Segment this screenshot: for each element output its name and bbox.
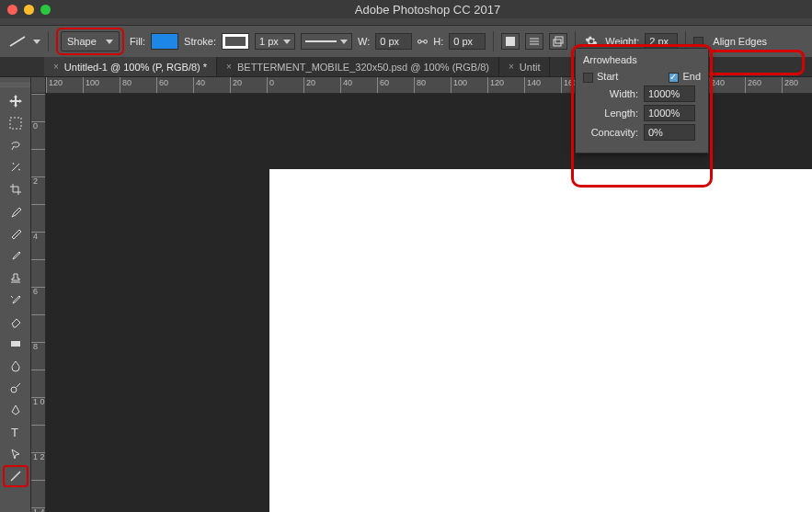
line-tool-icon [7,34,28,49]
stamp-tool[interactable] [3,267,29,289]
ruler-tick [31,94,45,121]
svg-rect-8 [10,118,21,129]
svg-line-0 [10,37,25,46]
end-label: End [682,71,701,82]
weight-label: Weight: [605,36,639,47]
ruler-tick: 120 [487,77,524,93]
window-controls [7,5,51,15]
fill-swatch[interactable] [151,33,178,50]
path-operations-button[interactable] [501,33,520,50]
arrow-concavity-label: Concavity: [583,127,638,138]
magic-wand-tool[interactable] [3,156,29,178]
brush-tool[interactable] [3,245,29,267]
menu-bar[interactable] [0,18,812,26]
ruler-tick: 80 [414,77,451,93]
chevron-down-icon [340,40,348,44]
eraser-tool[interactable] [3,311,29,333]
ruler-tick: 1 4 [31,507,45,512]
ruler-tick: 60 [156,77,193,93]
ruler-tick: 100 [83,77,120,93]
arrow-width-input[interactable] [644,85,695,102]
maximize-icon[interactable] [40,5,51,15]
viewport[interactable] [46,94,812,512]
tab-doc-1[interactable]: ×Untitled-1 @ 100% (P, RGB/8) * [44,57,217,76]
popover-title: Arrowheads [583,54,701,65]
height-input[interactable] [449,33,486,50]
ruler-tick: 60 [377,77,414,93]
history-brush-tool[interactable] [3,289,29,311]
ruler-vertical[interactable]: 024681 01 21 41 6 [31,94,46,512]
svg-rect-2 [506,37,515,46]
ruler-tick: 1 2 [31,452,45,480]
close-icon[interactable] [7,5,17,15]
options-bar: Shape Fill: Stroke: 1 px W: ⚯ H: Weight:… [0,26,812,57]
align-edges-checkbox[interactable] [693,37,703,47]
lasso-tool[interactable] [3,134,29,156]
chevron-down-icon [283,40,291,44]
ruler-tick: 1 0 [31,397,45,425]
close-icon[interactable]: × [226,62,232,72]
svg-line-12 [11,472,20,481]
minimize-icon[interactable] [24,5,34,15]
path-select-tool[interactable] [3,443,29,465]
tab-doc-2[interactable]: ×BETTERMENT_MOBILE_320x50.psd @ 100% (RG… [217,57,499,76]
arrow-length-input[interactable] [644,105,695,121]
panel-grip[interactable] [0,83,30,88]
arrow-length-label: Length: [583,108,638,119]
pen-tool[interactable] [3,399,29,421]
app-title: Adobe Photoshop CC 2017 [51,3,805,17]
tab-doc-3[interactable]: ×Untit [499,57,550,76]
close-icon[interactable]: × [509,62,514,72]
end-checkbox[interactable] [669,73,679,83]
tab-label: Untit [520,62,541,73]
stroke-style-dropdown[interactable] [301,33,352,50]
ruler-tick: 8 [31,342,45,370]
stroke-swatch[interactable] [222,33,249,50]
move-tool[interactable] [3,90,29,112]
stroke-width-dropdown[interactable]: 1 px [255,33,295,50]
tool-preset-chevron-icon[interactable] [33,40,40,44]
width-input[interactable] [375,33,412,50]
ruler-tick [31,204,45,232]
path-alignment-button[interactable] [525,33,543,50]
ruler-tick: 100 [451,77,487,93]
healing-tool[interactable] [3,222,29,245]
tool-mode-dropdown[interactable]: Shape [61,31,120,51]
ruler-tick: 80 [120,77,156,93]
path-arrangement-button[interactable] [549,33,567,50]
crop-tool[interactable] [3,178,29,200]
ruler-tick: 120 [46,77,83,93]
ruler-tick: 20 [303,77,340,93]
end-option[interactable]: End [669,71,701,83]
eyedropper-tool[interactable] [3,200,29,222]
divider [493,31,494,51]
arrow-width-label: Width: [583,88,638,99]
dodge-tool[interactable] [3,377,29,399]
type-tool[interactable]: T [3,421,29,443]
ruler-tick: 4 [31,232,45,259]
ruler-tick: 260 [745,77,782,93]
document-canvas[interactable] [269,169,812,512]
tool-mode-label: Shape [67,36,97,47]
fill-label: Fill: [130,36,145,47]
ruler-origin[interactable] [31,77,46,94]
tab-label: BETTERMENT_MOBILE_320x50.psd @ 100% (RGB… [237,62,489,73]
gradient-tool[interactable] [3,333,29,355]
ruler-tick [31,425,45,452]
line-tool[interactable] [3,465,29,487]
height-label: H: [433,36,443,47]
start-option[interactable]: Start [583,71,618,83]
svg-rect-9 [11,341,20,347]
blur-tool[interactable] [3,355,29,377]
ruler-tick [31,149,45,176]
tab-label: Untitled-1 @ 100% (P, RGB/8) * [64,62,207,73]
marquee-tool[interactable] [3,112,29,134]
ruler-tick: 140 [524,77,561,93]
start-checkbox[interactable] [583,73,593,83]
highlight-shape-mode: Shape [56,28,124,55]
ruler-tick [31,480,45,507]
tools-panel: T [0,77,31,512]
arrow-concavity-input[interactable] [644,124,695,141]
close-icon[interactable]: × [53,62,59,72]
link-icon[interactable]: ⚯ [417,35,428,49]
